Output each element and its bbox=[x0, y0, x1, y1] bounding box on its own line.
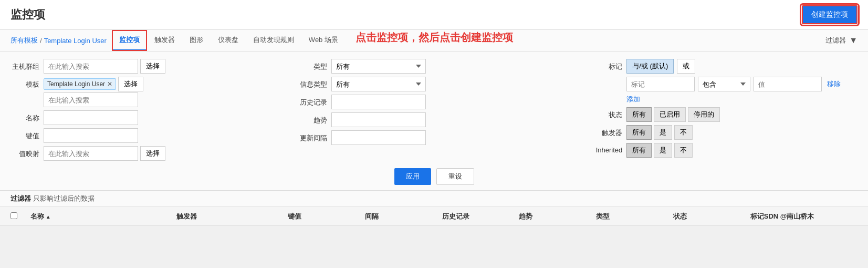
trend-input[interactable] bbox=[331, 112, 426, 127]
th-key[interactable]: 键值 bbox=[284, 212, 361, 221]
history-label: 历史记录 bbox=[298, 95, 327, 107]
filter-col-2: 类型 所有 信息类型 所有 历史记录 bbox=[298, 59, 570, 161]
tag-remove-link[interactable]: 移除 bbox=[825, 79, 841, 89]
template-select-btn[interactable]: 选择 bbox=[118, 77, 143, 91]
filter-icon[interactable]: ▼ bbox=[849, 36, 857, 45]
tag-contains-select[interactable]: 包含 bbox=[698, 77, 750, 91]
value-map-input[interactable] bbox=[44, 146, 138, 161]
state-all-btn[interactable]: 所有 bbox=[626, 107, 652, 122]
nav-right: 过滤器 ▼ bbox=[825, 36, 857, 45]
filter-col-3: 标记 与/或 (默认) 或 包含 移除 bbox=[585, 59, 857, 161]
host-group-select-btn[interactable]: 选择 bbox=[140, 59, 165, 74]
apply-button[interactable]: 应用 bbox=[394, 168, 431, 185]
filter-grid: 主机群组 选择 模板 Template Login User bbox=[11, 59, 857, 161]
th-interval[interactable]: 间隔 bbox=[361, 212, 438, 221]
th-name[interactable]: 名称 bbox=[26, 212, 172, 221]
trend-label: 趋势 bbox=[298, 112, 327, 125]
template-search-input[interactable] bbox=[44, 92, 138, 107]
state-enabled-btn[interactable]: 已启用 bbox=[654, 107, 686, 122]
filter-hint-prefix: 过滤器 bbox=[11, 194, 31, 202]
key-input[interactable] bbox=[44, 128, 138, 143]
th-status[interactable]: 状态 bbox=[669, 212, 746, 221]
th-trends[interactable]: 趋势 bbox=[515, 212, 592, 221]
breadcrumb-current-template[interactable]: Template Login User bbox=[44, 37, 107, 45]
inherited-all-btn[interactable]: 所有 bbox=[626, 143, 652, 158]
host-group-row: 主机群组 选择 bbox=[11, 59, 283, 74]
tab-discovery[interactable]: 自动发现规则 bbox=[246, 30, 301, 51]
info-type-row: 信息类型 所有 bbox=[298, 77, 570, 91]
breadcrumb: 所有模板 / Template Login User bbox=[11, 36, 107, 45]
inherited-row: Inherited 所有 是 不 bbox=[585, 143, 857, 158]
tag-label: 标记 bbox=[585, 59, 622, 71]
history-input[interactable] bbox=[331, 95, 426, 109]
update-interval-input[interactable] bbox=[331, 130, 426, 145]
filter-label: 过滤器 bbox=[825, 36, 846, 45]
trigger-group: 所有 是 不 bbox=[626, 125, 693, 140]
inherited-label: Inherited bbox=[585, 143, 622, 154]
nav-tabs: 监控项 触发器 图形 仪表盘 自动发现规则 Web 场景 bbox=[112, 30, 346, 51]
trigger-filter-label: 触发器 bbox=[585, 125, 622, 138]
reset-button[interactable]: 重设 bbox=[436, 168, 474, 185]
trend-row: 趋势 bbox=[298, 112, 570, 127]
type-row: 类型 所有 bbox=[298, 59, 570, 74]
template-chip: Template Login User ✕ bbox=[44, 78, 116, 90]
breadcrumb-all-templates[interactable]: 所有模板 bbox=[11, 36, 38, 45]
th-checkbox-cell bbox=[11, 212, 26, 221]
create-item-button[interactable]: 创建监控项 bbox=[802, 5, 857, 24]
template-chips: Template Login User ✕ bbox=[44, 78, 116, 90]
filter-col-1: 主机群组 选择 模板 Template Login User bbox=[11, 59, 283, 161]
state-disabled-btn[interactable]: 停用的 bbox=[688, 107, 720, 122]
host-group-input[interactable] bbox=[44, 59, 138, 74]
inherited-yes-btn[interactable]: 是 bbox=[654, 143, 672, 158]
tag-and-btn[interactable]: 与/或 (默认) bbox=[626, 59, 674, 74]
th-history[interactable]: 历史记录 bbox=[438, 212, 515, 221]
th-trigger[interactable]: 触发器 bbox=[172, 212, 284, 221]
th-tags: 标记SDN @南山桥木 bbox=[746, 212, 857, 221]
inherited-group: 所有 是 不 bbox=[626, 143, 693, 158]
tag-or-btn[interactable]: 或 bbox=[677, 59, 695, 74]
nav-left: 所有模板 / Template Login User 监控项 触发器 图形 仪表… bbox=[11, 30, 346, 51]
history-row: 历史记录 bbox=[298, 95, 570, 109]
filter-hint-text: 只影响过滤后的数据 bbox=[33, 194, 95, 202]
template-chip-close[interactable]: ✕ bbox=[107, 80, 112, 88]
template-row: 模板 Template Login User ✕ 选择 bbox=[11, 77, 283, 107]
breadcrumb-separator: / bbox=[40, 37, 42, 45]
info-type-label: 信息类型 bbox=[298, 77, 327, 89]
tag-add-link[interactable]: 添加 bbox=[626, 95, 640, 103]
trigger-no-btn[interactable]: 不 bbox=[674, 125, 693, 140]
value-map-select-btn[interactable]: 选择 bbox=[140, 146, 165, 161]
type-select[interactable]: 所有 bbox=[331, 59, 426, 74]
inherited-no-btn[interactable]: 不 bbox=[674, 143, 693, 158]
tab-graphs[interactable]: 图形 bbox=[182, 30, 211, 51]
tag-name-input[interactable] bbox=[626, 77, 695, 91]
info-type-select[interactable]: 所有 bbox=[331, 77, 426, 91]
tab-web[interactable]: Web 场景 bbox=[301, 30, 346, 51]
tab-items[interactable]: 监控项 bbox=[112, 30, 147, 51]
state-row: 状态 所有 已启用 停用的 bbox=[585, 107, 857, 122]
name-label: 名称 bbox=[11, 110, 39, 123]
type-label: 类型 bbox=[298, 59, 327, 71]
table-header: 名称 触发器 键值 间隔 历史记录 趋势 类型 状态 标记SDN @南山桥木 bbox=[0, 207, 868, 226]
update-interval-row: 更新间隔 bbox=[298, 130, 570, 145]
page-header: 监控项 创建监控项 bbox=[0, 0, 868, 30]
tag-section: 与/或 (默认) 或 包含 移除 添加 bbox=[626, 59, 841, 104]
value-map-row: 值映射 选择 bbox=[11, 146, 283, 161]
filter-section: 主机群组 选择 模板 Template Login User bbox=[0, 51, 868, 191]
filter-actions: 应用 重设 bbox=[11, 168, 857, 185]
tab-dashboards[interactable]: 仪表盘 bbox=[211, 30, 246, 51]
page-title: 监控项 bbox=[11, 7, 45, 23]
select-all-checkbox[interactable] bbox=[11, 212, 17, 219]
value-map-label: 值映射 bbox=[11, 146, 39, 159]
trigger-row: 触发器 所有 是 不 bbox=[585, 125, 857, 140]
key-row: 键值 bbox=[11, 128, 283, 143]
tab-triggers[interactable]: 触发器 bbox=[147, 30, 182, 51]
name-input[interactable] bbox=[44, 110, 138, 125]
host-group-label: 主机群组 bbox=[11, 59, 39, 71]
trigger-yes-btn[interactable]: 是 bbox=[654, 125, 672, 140]
tag-input-row: 包含 移除 bbox=[626, 77, 841, 91]
th-type[interactable]: 类型 bbox=[592, 212, 669, 221]
trigger-all-btn[interactable]: 所有 bbox=[626, 125, 652, 140]
state-label: 状态 bbox=[585, 107, 622, 120]
tag-value-input[interactable] bbox=[754, 77, 822, 91]
tag-add-row: 添加 bbox=[626, 95, 841, 104]
